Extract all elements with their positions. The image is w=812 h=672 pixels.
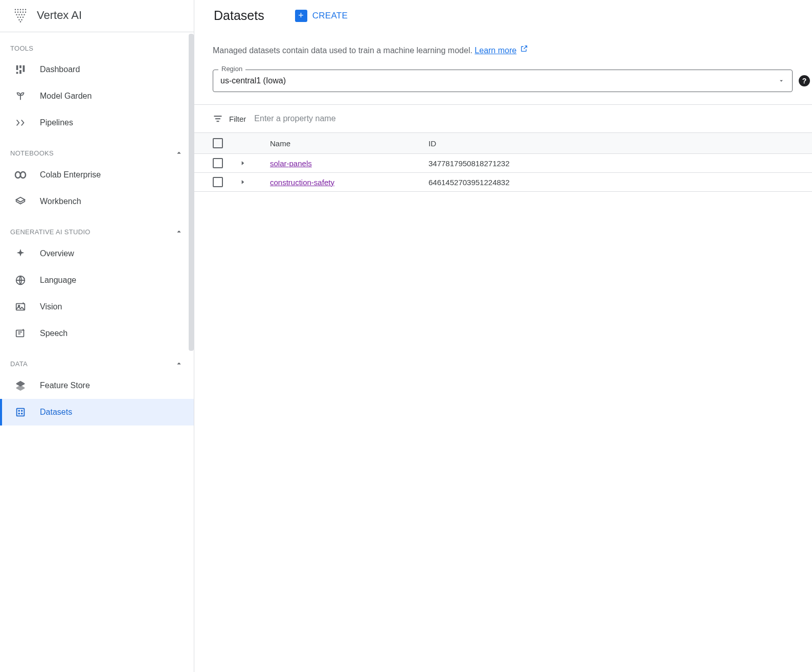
region-select[interactable]: Region us-central1 (Iowa): [213, 70, 793, 92]
svg-point-1: [17, 9, 19, 11]
svg-rect-22: [23, 65, 25, 72]
vertex-ai-logo: [12, 7, 29, 24]
svg-point-32: [18, 410, 19, 411]
svg-point-11: [18, 14, 20, 16]
language-icon: [14, 274, 27, 286]
sidebar-content: TOOLS Dashboard Model Garden Pipelines N…: [0, 32, 194, 672]
svg-rect-38: [217, 121, 219, 122]
svg-point-3: [22, 9, 24, 11]
sidebar-item-datasets[interactable]: Datasets: [0, 399, 194, 425]
section-label-tools: TOOLS: [0, 32, 194, 56]
dataset-name-link[interactable]: construction-safety: [270, 178, 334, 187]
workbench-icon: [14, 195, 27, 208]
region-value: us-central1 (Iowa): [220, 76, 286, 85]
sidebar-item-label: Model Garden: [40, 92, 92, 101]
sidebar-item-feature-store[interactable]: Feature Store: [0, 372, 194, 399]
column-header-name[interactable]: Name: [270, 139, 428, 148]
dashboard-icon: [14, 63, 27, 76]
sidebar-header: Vertex AI: [0, 0, 194, 32]
svg-point-0: [15, 9, 16, 11]
table-row: construction-safety 6461452703951224832: [194, 173, 812, 192]
svg-point-15: [20, 17, 21, 18]
filter-label: Filter: [229, 115, 246, 123]
main-header: Datasets + CREATE: [194, 0, 812, 30]
select-all-checkbox[interactable]: [213, 138, 223, 148]
sidebar-item-colab-enterprise[interactable]: Colab Enterprise: [0, 162, 194, 188]
expand-arrow-icon[interactable]: [239, 160, 246, 167]
section-label-gen-ai-studio[interactable]: GENERATIVE AI STUDIO: [0, 215, 194, 240]
sidebar-item-label: Vision: [40, 302, 62, 311]
region-row: Region us-central1 (Iowa) ?: [194, 55, 812, 105]
svg-rect-31: [17, 409, 25, 416]
pipelines-icon: [14, 117, 27, 129]
dataset-id: 6461452703951224832: [428, 178, 794, 187]
svg-point-10: [16, 14, 17, 16]
external-link-icon: [520, 46, 528, 54]
svg-rect-24: [19, 70, 21, 74]
sidebar-item-speech[interactable]: Speech: [0, 320, 194, 347]
sidebar: Vertex AI TOOLS Dashboard Model Garden P…: [0, 0, 194, 672]
filter-input[interactable]: [252, 112, 797, 125]
sidebar-item-vision[interactable]: Vision: [0, 294, 194, 320]
svg-point-17: [18, 19, 20, 21]
svg-point-35: [21, 413, 22, 414]
sidebar-item-model-garden[interactable]: Model Garden: [0, 83, 194, 109]
dataset-name-link[interactable]: solar-panels: [270, 159, 312, 168]
sidebar-item-overview[interactable]: Overview: [0, 240, 194, 267]
svg-rect-37: [215, 118, 220, 119]
description-text: Managed datasets contain data used to tr…: [194, 44, 812, 55]
svg-point-5: [15, 12, 16, 13]
table-header: Name ID: [194, 132, 812, 154]
sidebar-item-label: Colab Enterprise: [40, 170, 101, 180]
svg-rect-36: [214, 116, 222, 117]
sidebar-item-label: Feature Store: [40, 381, 90, 390]
svg-point-12: [21, 14, 22, 16]
filter-row: Filter: [194, 105, 812, 132]
plus-icon: +: [295, 10, 307, 22]
expand-arrow-icon[interactable]: [239, 178, 246, 186]
svg-rect-21: [19, 65, 21, 69]
sidebar-item-label: Datasets: [40, 408, 72, 417]
sidebar-item-label: Overview: [40, 249, 74, 258]
svg-point-13: [24, 14, 25, 16]
svg-point-9: [25, 12, 27, 13]
sidebar-item-label: Dashboard: [40, 65, 80, 74]
dropdown-arrow-icon: [778, 77, 785, 84]
vision-icon: [14, 301, 27, 313]
column-header-id[interactable]: ID: [428, 139, 794, 148]
sidebar-item-pipelines[interactable]: Pipelines: [0, 109, 194, 136]
learn-more-link[interactable]: Learn more: [475, 46, 516, 55]
section-label-data[interactable]: DATA: [0, 347, 194, 372]
table-row: solar-panels 3477817950818271232: [194, 154, 812, 173]
datasets-table: Name ID solar-panels 3477817950818271232: [194, 132, 812, 192]
sidebar-item-label: Speech: [40, 329, 67, 338]
create-button[interactable]: + CREATE: [295, 10, 348, 22]
chevron-up-icon: [174, 148, 184, 158]
help-icon[interactable]: ?: [799, 75, 810, 86]
chevron-up-icon: [174, 359, 184, 368]
svg-point-4: [25, 9, 27, 11]
svg-point-16: [22, 17, 24, 18]
feature-store-icon: [14, 379, 27, 392]
sidebar-item-workbench[interactable]: Workbench: [0, 188, 194, 215]
svg-point-25: [15, 172, 20, 178]
main-body: Managed datasets contain data used to tr…: [194, 30, 812, 192]
speech-icon: [14, 327, 27, 340]
row-checkbox[interactable]: [213, 177, 223, 187]
filter-icon: [213, 114, 223, 124]
page-title: Datasets: [214, 8, 264, 23]
svg-point-7: [20, 12, 21, 13]
svg-point-2: [20, 9, 21, 11]
row-checkbox[interactable]: [213, 158, 223, 168]
section-label-notebooks[interactable]: NOTEBOOKS: [0, 136, 194, 162]
svg-point-26: [20, 172, 26, 178]
sidebar-item-language[interactable]: Language: [0, 267, 194, 294]
svg-point-34: [18, 413, 19, 414]
svg-point-19: [20, 21, 21, 23]
chevron-up-icon: [174, 227, 184, 236]
svg-rect-20: [16, 65, 18, 70]
main-content: Datasets + CREATE Managed datasets conta…: [194, 0, 812, 672]
sidebar-item-dashboard[interactable]: Dashboard: [0, 56, 194, 83]
datasets-icon: [14, 406, 27, 418]
svg-point-6: [17, 12, 19, 13]
